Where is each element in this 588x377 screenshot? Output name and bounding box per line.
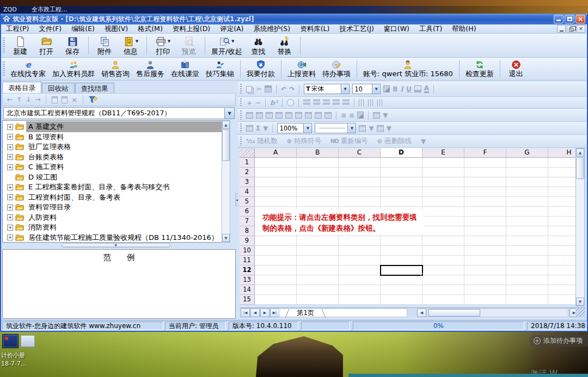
grid-cell-A10[interactable] bbox=[255, 246, 297, 256]
menu-item-7[interactable]: 系统维护(S) bbox=[248, 24, 295, 34]
expand-plus-icon[interactable]: + bbox=[7, 205, 13, 211]
row-header-9[interactable]: 9 bbox=[240, 236, 255, 246]
expand-plus-icon[interactable]: + bbox=[7, 144, 13, 150]
random-number-button[interactable]: ½₃随机数 bbox=[246, 137, 278, 146]
grid-cell-G14[interactable] bbox=[506, 285, 548, 295]
tree-item-3[interactable]: +台账类表格 bbox=[3, 152, 222, 163]
expand-plus-icon[interactable]: + bbox=[7, 164, 13, 170]
toolbar-button-ie-globe[interactable]: e在线找专家 bbox=[8, 59, 48, 78]
zoom-select[interactable]: 100% ▼ bbox=[277, 123, 312, 133]
grid-cell-H9[interactable] bbox=[548, 236, 575, 246]
grid-cell-A11[interactable] bbox=[255, 256, 297, 265]
toolbar-grip[interactable] bbox=[3, 38, 5, 53]
grid-cell-G3[interactable] bbox=[506, 177, 548, 187]
scroll-up-icon[interactable]: ▲ bbox=[222, 121, 230, 129]
toolbar-button-save-disk[interactable]: 保存 bbox=[60, 35, 85, 56]
paste-node-icon[interactable] bbox=[62, 96, 68, 103]
grid-cell-D10[interactable] bbox=[381, 246, 422, 256]
grid-cell-B3[interactable] bbox=[297, 177, 339, 187]
desktop-icon[interactable] bbox=[21, 335, 35, 347]
grid-cell-D1[interactable] bbox=[381, 158, 422, 168]
copy-node-icon[interactable] bbox=[52, 96, 58, 103]
grid-cell-E8[interactable] bbox=[422, 226, 464, 236]
grid-cell-F5[interactable] bbox=[464, 197, 506, 207]
grid-cell-G8[interactable] bbox=[506, 226, 548, 236]
grid-cell-C2[interactable] bbox=[339, 168, 381, 177]
example-splitter[interactable]: ▼ bbox=[2, 243, 229, 248]
grid-cell-F15[interactable] bbox=[464, 295, 506, 305]
zoom-dropdown-icon[interactable]: ▼ bbox=[303, 123, 311, 133]
grid-cell-E1[interactable] bbox=[422, 158, 464, 168]
grid-cell-G10[interactable] bbox=[506, 246, 548, 256]
grid-cell-C13[interactable] bbox=[339, 275, 381, 285]
row-header-6[interactable]: 6 bbox=[240, 207, 255, 217]
tree-item-9[interactable]: +人防资料 bbox=[3, 213, 222, 223]
cut-icon[interactable]: ✂ bbox=[256, 86, 262, 92]
selected-cell[interactable] bbox=[380, 265, 423, 276]
dropdown-arrow-icon[interactable]: ▼ bbox=[168, 39, 170, 44]
toolbar-button-check-update[interactable]: 检查更新 bbox=[463, 59, 497, 78]
grid-cell-C5[interactable] bbox=[339, 197, 381, 207]
scroll-thumb[interactable] bbox=[576, 157, 584, 179]
grid-cell-F8[interactable] bbox=[464, 226, 506, 236]
expand-plus-icon[interactable]: + bbox=[7, 124, 13, 130]
shading-dropdown-icon[interactable]: ▼ bbox=[387, 125, 391, 132]
filter-icon[interactable] bbox=[89, 96, 97, 104]
expand-plus-icon[interactable]: + bbox=[7, 225, 13, 231]
grid-cell-B4[interactable] bbox=[297, 187, 339, 197]
expand-plus-icon[interactable]: + bbox=[7, 194, 13, 200]
grid-cell-G2[interactable] bbox=[506, 168, 548, 177]
column-header-A[interactable]: A bbox=[255, 148, 297, 158]
grid-cell-H13[interactable] bbox=[548, 275, 575, 285]
sum-dropdown-icon[interactable]: ▼ bbox=[263, 125, 268, 132]
grid-cell-G5[interactable] bbox=[506, 197, 548, 207]
grid-cell-B5[interactable] bbox=[297, 197, 339, 207]
renumber-button[interactable]: NO重新编号 bbox=[330, 137, 368, 146]
column-header-H[interactable]: H bbox=[548, 148, 575, 158]
grid-cell-E10[interactable] bbox=[422, 246, 464, 256]
tab-1[interactable]: 回收站 bbox=[42, 83, 75, 93]
scroll-down-icon[interactable]: ▼ bbox=[222, 234, 230, 242]
format-painter-icon[interactable] bbox=[357, 112, 364, 119]
expand-plus-icon[interactable]: + bbox=[7, 134, 13, 140]
grid-cell-F7[interactable] bbox=[464, 217, 506, 226]
line-style-select[interactable]: ▼ bbox=[315, 123, 356, 133]
grid-cell-E5[interactable] bbox=[422, 197, 464, 207]
grid-cell-B9[interactable] bbox=[297, 236, 339, 246]
font-select[interactable]: T 宋体 ▼ bbox=[304, 84, 350, 94]
tree-item-1[interactable]: +B 监理资料 bbox=[3, 132, 222, 143]
merge-cells-icon[interactable] bbox=[256, 112, 263, 119]
sheet-tab[interactable]: 第1页 bbox=[286, 309, 325, 318]
grid-cell-F13[interactable] bbox=[464, 275, 506, 285]
column-header-G[interactable]: G bbox=[506, 148, 548, 158]
grid-cell-F12[interactable] bbox=[464, 265, 506, 275]
grid-cell-A15[interactable] bbox=[255, 295, 297, 305]
menu-item-12[interactable]: 帮助(H) bbox=[447, 24, 481, 34]
grid-cell-A5[interactable] bbox=[255, 197, 297, 207]
combo-dropdown-icon[interactable]: ▼ bbox=[224, 108, 234, 119]
splitter-handle[interactable]: ▼ bbox=[62, 243, 170, 248]
grid-cell-A12[interactable] bbox=[255, 265, 297, 275]
sum-icon[interactable]: Σ bbox=[256, 125, 260, 132]
toolbar-button-person-yellow[interactable]: 销售咨询 bbox=[99, 59, 132, 78]
lock-cells-icon[interactable] bbox=[324, 112, 332, 119]
grid-cell-A14[interactable] bbox=[255, 285, 297, 295]
toolbar-button-info-book[interactable]: ▼信息 bbox=[118, 35, 143, 56]
row-header-10[interactable]: 10 bbox=[240, 246, 255, 256]
underline-icon[interactable]: U bbox=[406, 86, 412, 92]
grid-cell-H3[interactable] bbox=[548, 177, 575, 187]
grid-cell-F4[interactable] bbox=[464, 187, 506, 197]
bold-icon[interactable]: B bbox=[393, 86, 397, 92]
grid-cell-D3[interactable] bbox=[381, 177, 422, 187]
grid-cell-B15[interactable] bbox=[297, 295, 339, 305]
tree-item-4[interactable]: +C 施工资料 bbox=[3, 162, 222, 172]
row-header-5[interactable]: 5 bbox=[240, 197, 255, 207]
grid-cell-F11[interactable] bbox=[464, 256, 506, 265]
grid-cell-D5[interactable] bbox=[381, 197, 422, 207]
split-col-icon[interactable] bbox=[295, 112, 302, 119]
grid-cell-C11[interactable] bbox=[339, 256, 381, 265]
row-header-3[interactable]: 3 bbox=[240, 177, 255, 187]
pattern-cells-icon[interactable] bbox=[315, 112, 322, 119]
hscroll-left-icon[interactable]: ◀ bbox=[417, 308, 426, 317]
insert-plus-icon[interactable]: ＋ bbox=[246, 100, 253, 106]
